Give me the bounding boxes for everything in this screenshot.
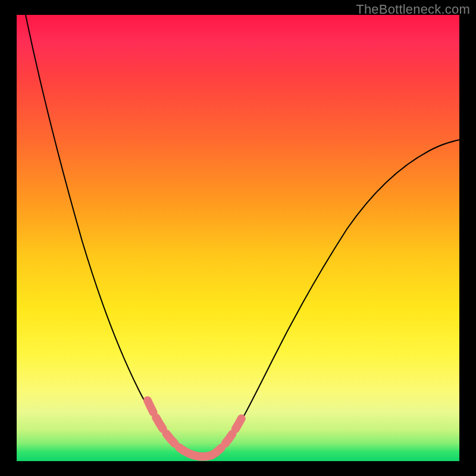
chart-frame: TheBottleneck.com bbox=[0, 0, 476, 476]
highlight-bottom bbox=[183, 450, 212, 456]
highlight-left bbox=[148, 400, 183, 450]
curve-layer bbox=[17, 15, 459, 461]
highlight-right bbox=[212, 418, 242, 455]
bottleneck-curve bbox=[26, 15, 459, 458]
plot-area bbox=[17, 15, 459, 461]
